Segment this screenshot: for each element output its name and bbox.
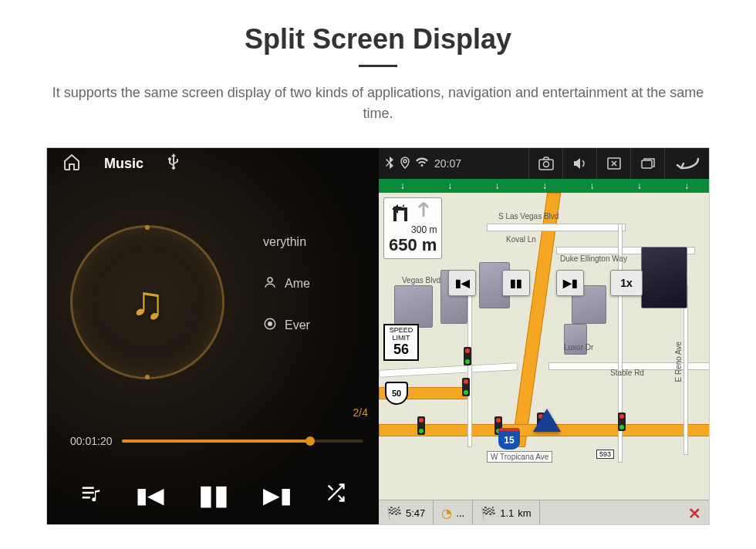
vehicle-position-icon xyxy=(533,409,561,432)
page-description: It supports the same screen display of t… xyxy=(0,67,756,147)
location-icon xyxy=(400,157,410,171)
progress-fill xyxy=(122,440,311,443)
track-album: Ever xyxy=(285,318,310,332)
disc-icon xyxy=(263,317,277,335)
usb-icon[interactable] xyxy=(167,153,181,173)
distance-value: 1.1 xyxy=(500,507,514,519)
lane-guidance-bar: ↓ ↓ ↓ ↓ ↓ ↓ ↓ xyxy=(379,179,710,193)
exit-badge: 593 xyxy=(596,450,614,459)
playlist-button[interactable] xyxy=(79,481,103,510)
lane-arrow-icon: ↓ xyxy=(400,180,405,191)
building xyxy=(641,247,687,308)
sim-prev-button[interactable]: ▮◀ xyxy=(448,270,476,296)
sim-pause-button[interactable]: ▮▮ xyxy=(502,270,530,296)
interstate-shield: 15 xyxy=(498,428,520,450)
lane-arrow-icon: ↓ xyxy=(589,180,594,191)
volume-button[interactable] xyxy=(562,148,596,179)
turn-distance-2: 650 m xyxy=(389,235,437,254)
flag-icon: 🏁 xyxy=(386,506,402,520)
track-info: verythin Ame Ever xyxy=(263,233,310,358)
road xyxy=(487,224,626,231)
street-label: E Reno Ave xyxy=(674,342,683,382)
music-app-label: Music xyxy=(104,156,143,172)
eta-cell[interactable]: 🏁 5:47 xyxy=(379,500,434,525)
traffic-light-icon xyxy=(462,378,470,396)
lane-arrow-icon: ↓ xyxy=(542,180,547,191)
sim-next-button[interactable]: ▶▮ xyxy=(556,270,584,296)
turn-left-icon xyxy=(389,201,410,224)
back-button[interactable] xyxy=(664,148,710,179)
lane-arrow-icon: ↓ xyxy=(637,180,642,191)
recent-apps-button[interactable] xyxy=(630,148,664,179)
page-title: Split Screen Display xyxy=(0,0,756,56)
traffic-light-icon xyxy=(417,416,425,435)
navigation-pane: 20:07 ↓ ↓ xyxy=(379,148,710,525)
track-title-row: verythin xyxy=(263,233,310,251)
lane-arrow-icon: ↓ xyxy=(684,180,689,191)
street-label-tropicana: W Tropicana Ave xyxy=(487,451,552,463)
traffic-light-icon xyxy=(618,413,626,431)
svg-point-3 xyxy=(403,160,407,163)
nav-statusbar: 20:07 xyxy=(379,148,710,179)
music-note-icon: ♫ xyxy=(130,276,165,329)
distance-unit: km xyxy=(518,507,531,519)
next-button[interactable]: ▶▮ xyxy=(263,483,292,508)
music-topbar: Music xyxy=(47,148,379,179)
bluetooth-icon xyxy=(385,157,394,171)
status-left: 20:07 xyxy=(379,157,467,171)
svg-point-5 xyxy=(543,162,548,167)
progress-bar[interactable]: 00:01:20 xyxy=(70,429,363,453)
street-label: Vegas Blvd xyxy=(402,276,440,285)
shuffle-button[interactable] xyxy=(325,482,346,509)
time-current: 00:01:20 xyxy=(70,435,113,447)
svg-point-2 xyxy=(268,322,272,325)
lane-arrow-icon: ↓ xyxy=(495,180,500,191)
music-pane: Music ♫ verythin Ame Ever xyxy=(47,148,379,525)
gauge-icon: ◔ xyxy=(441,506,452,520)
street-label: Luxor Dr xyxy=(564,343,593,352)
pause-button[interactable]: ▮▮ xyxy=(198,479,229,511)
speed-limit-value: 56 xyxy=(385,342,417,358)
speed-limit-sign: SPEED LIMIT 56 xyxy=(383,324,419,361)
nav-bottombar: 🏁 5:47 ◔ ... 🏁 1.1 km ✕ xyxy=(379,500,710,525)
turn-distance-1: 300 m xyxy=(411,224,437,235)
street-label: S Las Vegas Blvd xyxy=(498,212,559,221)
svg-rect-7 xyxy=(642,160,652,168)
nav-close-button[interactable]: ✕ xyxy=(680,500,710,525)
track-album-row: Ever xyxy=(263,316,310,335)
traffic-light-icon xyxy=(464,347,471,365)
progress-thumb[interactable] xyxy=(305,436,315,446)
track-counter: 2/4 xyxy=(353,406,368,419)
status-time: 20:07 xyxy=(434,157,461,170)
track-artist: Ame xyxy=(285,277,310,291)
flag-icon: 🏁 xyxy=(481,506,496,520)
eta-value: 5:47 xyxy=(406,507,425,519)
previous-button[interactable]: ▮◀ xyxy=(136,483,164,508)
person-icon xyxy=(263,275,277,293)
road xyxy=(683,285,688,455)
turn-instruction-box: 300 m 650 m xyxy=(383,197,442,259)
close-app-button[interactable] xyxy=(596,148,630,179)
street-label: Koval Ln xyxy=(506,235,536,244)
time-cell[interactable]: ◔ ... xyxy=(434,500,473,525)
progress-track[interactable] xyxy=(122,440,364,443)
track-title: verythin xyxy=(263,235,306,249)
sim-speed-button[interactable]: 1x xyxy=(610,270,643,296)
home-icon[interactable] xyxy=(62,153,81,174)
music-controls: ▮◀ ▮▮ ▶▮ xyxy=(47,464,379,525)
turn-next-icon xyxy=(415,201,432,224)
street-label: Stable Rd xyxy=(610,369,644,377)
map-view[interactable]: S Las Vegas Blvd Koval Ln Duke Ellington… xyxy=(379,193,710,500)
svg-point-0 xyxy=(268,278,272,282)
track-artist-row: Ame xyxy=(263,274,310,293)
us-route-shield: 50 xyxy=(385,382,408,405)
status-right xyxy=(528,148,710,179)
wifi-icon xyxy=(416,157,428,170)
lane-arrow-icon: ↓ xyxy=(447,180,452,191)
screenshot-button[interactable] xyxy=(528,148,562,179)
time-value: ... xyxy=(456,507,464,519)
road xyxy=(379,362,518,377)
distance-cell[interactable]: 🏁 1.1 km xyxy=(473,500,539,525)
split-screen-display: Music ♫ verythin Ame Ever xyxy=(46,147,710,525)
street-label: Duke Ellington Way xyxy=(560,254,627,263)
